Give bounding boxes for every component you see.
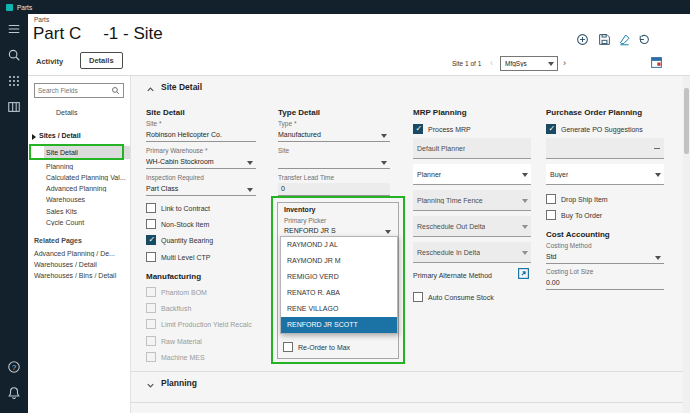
- inspection-required-combobox[interactable]: Part Class: [146, 183, 256, 196]
- checkbox-non-stock-item[interactable]: Non-Stock Item: [146, 219, 209, 229]
- planning-time-fence-field[interactable]: Planning Time Fence: [413, 190, 531, 211]
- transfer-lead-time-input[interactable]: 0: [278, 183, 390, 196]
- dropdown-option-selected[interactable]: RENFORD JR SCOTT: [281, 317, 397, 333]
- tree-item-planning[interactable]: Planning: [46, 163, 128, 170]
- checkbox-box: [413, 124, 423, 134]
- checkbox-reorder-to-max[interactable]: Re-Order to Max: [283, 342, 350, 352]
- search-fields-box[interactable]: [34, 83, 124, 98]
- apps-grid-icon[interactable]: [7, 74, 21, 88]
- scrollbar-thumb[interactable]: [684, 88, 689, 154]
- costing-lot-size-input[interactable]: 0.00: [546, 277, 664, 290]
- checkbox-generate-po-suggestions[interactable]: Generate PO Suggestions: [546, 124, 643, 134]
- checkbox-auto-consume-stock[interactable]: Auto Consume Stock: [413, 292, 494, 302]
- site-select[interactable]: MfgSys: [500, 56, 558, 71]
- related-advanced-planning-detail[interactable]: Advanced Planning / De...: [34, 250, 128, 257]
- site-select-value: MfgSys: [505, 60, 527, 67]
- checkbox-limit-production-yield[interactable]: Limit Production Yield Recalc: [146, 319, 252, 329]
- undo-icon[interactable]: [637, 33, 650, 46]
- checkbox-box: [546, 210, 556, 220]
- default-planner-field[interactable]: Default Planner: [413, 138, 531, 159]
- chevron-down-icon: [655, 256, 661, 260]
- checkbox-box: [146, 319, 156, 329]
- stepper-icon: [522, 199, 528, 203]
- checkbox-backflush[interactable]: Backflush: [146, 303, 191, 313]
- next-site-chevron[interactable]: ›: [563, 56, 566, 70]
- dropdown-option[interactable]: RENE VILLAGO: [281, 301, 397, 317]
- tree-item-sales-kits[interactable]: Sales Kits: [46, 208, 128, 215]
- vertical-scrollbar[interactable]: [683, 76, 690, 413]
- dropdown-option[interactable]: RAYMOND J AL: [281, 237, 397, 253]
- checkbox-box: [146, 336, 156, 346]
- landing-page-icon[interactable]: [650, 56, 663, 69]
- related-warehouses-detail[interactable]: Warehouses / Detail: [34, 261, 128, 268]
- prev-site-chevron[interactable]: ‹: [490, 56, 493, 70]
- add-icon[interactable]: [576, 33, 589, 46]
- primary-alternate-method-label: Primary Alternate Method: [413, 272, 513, 279]
- tree-expand-icon[interactable]: [32, 134, 36, 140]
- dropdown-option[interactable]: RENATO R. ABA: [281, 285, 397, 301]
- panels-icon[interactable]: [7, 100, 21, 114]
- checkbox-box: [146, 219, 156, 229]
- checkbox-label: Raw Material: [161, 338, 202, 345]
- reschedule-in-delta-field[interactable]: Reschedule In Delta: [413, 242, 531, 263]
- buyer-combobox[interactable]: Buyer: [546, 164, 664, 185]
- field-costing-method: Costing Method Std: [546, 242, 664, 264]
- chevron-down-icon: [522, 173, 528, 177]
- checkbox-box: [283, 342, 293, 352]
- breadcrumb: Parts: [34, 16, 49, 23]
- reschedule-out-delta-field[interactable]: Reschedule Out Delta: [413, 216, 531, 237]
- dropdown-option[interactable]: REMIGIO VERD: [281, 269, 397, 285]
- tree-item-advanced-planning[interactable]: Advanced Planning: [46, 185, 128, 192]
- checkbox-label: Link to Contract: [161, 205, 210, 212]
- primary-warehouse-combobox[interactable]: WH-Cabin Stockroom: [146, 156, 256, 169]
- site-type-combobox[interactable]: [278, 156, 390, 169]
- checkbox-machine-mes[interactable]: Machine MES: [146, 352, 205, 362]
- tab-details[interactable]: Details: [80, 52, 123, 69]
- chevron-down-icon: [385, 230, 391, 234]
- clear-icon[interactable]: [618, 33, 631, 46]
- checkbox-multi-level-ctp[interactable]: Multi Level CTP: [146, 252, 210, 262]
- tree-item-details[interactable]: Details: [56, 109, 126, 116]
- tree-item-cycle-count[interactable]: Cycle Count: [46, 219, 128, 226]
- checkbox-label: Buy To Order: [561, 212, 602, 219]
- search-icon[interactable]: [7, 48, 21, 62]
- field-value: Manufactured: [278, 129, 379, 141]
- field-site-type: Site: [278, 147, 390, 169]
- field-label: Primary Warehouse *: [146, 147, 256, 155]
- field-label: Transfer Lead Time: [278, 174, 390, 182]
- type-combobox[interactable]: Manufactured: [278, 129, 390, 142]
- tree-item-warehouses[interactable]: Warehouses: [46, 196, 128, 203]
- checkbox-raw-material[interactable]: Raw Material: [146, 336, 202, 346]
- expand-section-icon[interactable]: [146, 381, 155, 390]
- save-icon[interactable]: [598, 33, 611, 46]
- checkbox-buy-to-order[interactable]: Buy To Order: [546, 210, 602, 220]
- tree-item-calculated-planning[interactable]: Calculated Planning Val...: [46, 174, 128, 181]
- top-bar: Parts: [0, 0, 690, 14]
- notifications-bell-icon[interactable]: [7, 386, 21, 400]
- lookup-icon[interactable]: [517, 267, 530, 280]
- dropdown-option[interactable]: RAYMOND JR M: [281, 253, 397, 269]
- field-site: Site * Robinson Helicopter Co.: [146, 120, 256, 142]
- planner-combobox[interactable]: Planner: [413, 164, 531, 185]
- tree-item-site-detail-selected[interactable]: Site Detail: [44, 146, 130, 159]
- menu-icon[interactable]: [7, 22, 21, 36]
- related-warehouses-bins-detail[interactable]: Warehouses / Bins / Detail: [34, 272, 128, 279]
- tree-item-sites-detail[interactable]: Sites / Detail: [39, 132, 127, 139]
- column-title-type-detail: Type Detail: [278, 108, 320, 117]
- costing-method-combobox[interactable]: Std: [546, 251, 664, 264]
- site-value[interactable]: Robinson Helicopter Co.: [146, 129, 256, 142]
- help-icon[interactable]: ?: [7, 360, 21, 374]
- checkbox-link-to-contract[interactable]: Link to Contract: [146, 203, 210, 213]
- checkbox-drop-ship-item[interactable]: Drop Ship Item: [546, 194, 608, 204]
- field-type: Type * Manufactured: [278, 120, 390, 142]
- collapse-section-icon[interactable]: [146, 85, 155, 94]
- checkbox-process-mrp[interactable]: Process MRP: [413, 124, 471, 134]
- tab-activity[interactable]: Activity: [36, 57, 63, 66]
- checkbox-quantity-bearing[interactable]: Quantity Bearing: [146, 235, 213, 245]
- section-divider: [131, 371, 683, 372]
- field-label: Type *: [278, 120, 390, 128]
- search-fields-input[interactable]: [35, 87, 111, 94]
- checkbox-label: Process MRP: [428, 126, 471, 133]
- minus-icon: [654, 148, 660, 149]
- checkbox-phantom-bom[interactable]: Phantom BOM: [146, 287, 207, 297]
